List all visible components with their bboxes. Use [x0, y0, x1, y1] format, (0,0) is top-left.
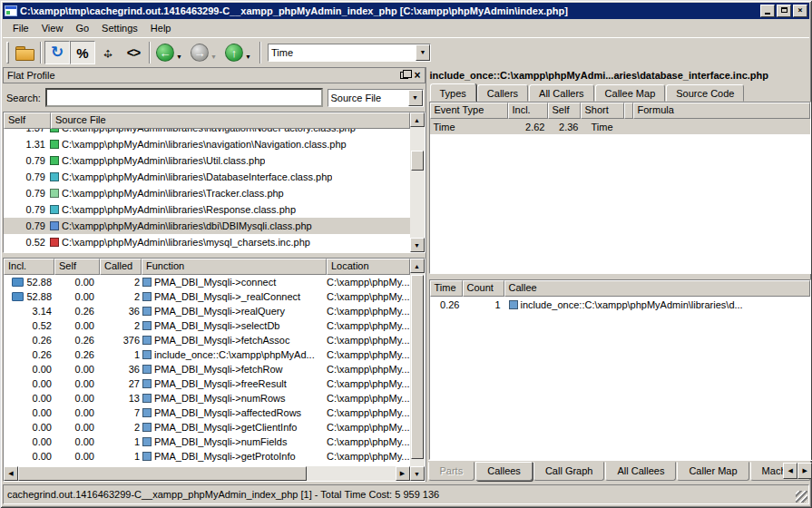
file-row[interactable]: 0.79 C:\xampp\phpMyAdmin\libraries\Util.…	[4, 152, 410, 169]
menu-item[interactable]: Help	[144, 21, 178, 35]
file-row[interactable]: 1.31 C:\xampp\phpMyAdmin\libraries\navig…	[4, 136, 410, 152]
toolbar-handle[interactable]	[6, 42, 9, 64]
file-list-vertical-scrollbar[interactable]: ▲ ▼	[410, 112, 425, 252]
open-file-button[interactable]	[12, 41, 37, 64]
incl-cell: 2.62	[508, 122, 548, 132]
function-row[interactable]: 3.14 0.26 36 PMA_DBI_Mysqli->realQuery C…	[4, 304, 410, 318]
column-header-location[interactable]: Location	[327, 259, 410, 275]
resize-grip[interactable]	[796, 491, 807, 503]
detail-tab[interactable]: Source Code	[666, 84, 744, 102]
function-row[interactable]: 0.00 0.00 7 PMA_DBI_Mysqli->affectedRows…	[4, 405, 410, 420]
tab-scroll-right-icon[interactable]: ▶	[797, 463, 812, 479]
function-row[interactable]: 0.26 0.26 376 PMA_DBI_Mysqli->fetchAssoc…	[4, 333, 410, 347]
function-row[interactable]: 52.88 0.00 2 PMA_DBI_Mysqli->_realConnec…	[4, 289, 410, 304]
file-row[interactable]: 1.37 C:\xampp\phpMyAdmin\libraries\navig…	[4, 129, 410, 136]
file-row[interactable]: 0.52 C:\xampp\phpMyAdmin\libraries\mysql…	[4, 234, 410, 250]
detail-tab[interactable]: Types	[430, 83, 476, 102]
event-type-combo[interactable]: Time ▼	[268, 44, 431, 62]
file-row[interactable]: 0.79 C:\xampp\phpMyAdmin\libraries\dbi\D…	[4, 218, 410, 234]
column-header-short[interactable]: Short	[581, 103, 624, 119]
app-icon[interactable]	[5, 5, 17, 16]
function-table-vertical-scrollbar[interactable]: ▲ ▼	[410, 259, 425, 481]
minimize-button[interactable]	[760, 5, 775, 17]
column-header-incl[interactable]: Incl.	[508, 103, 548, 119]
column-header-function[interactable]: Function	[142, 259, 327, 275]
relative-percent-button[interactable]: %	[70, 41, 95, 64]
dock-title-bar[interactable]: Flat Profile ×	[3, 67, 426, 83]
maximize-button[interactable]	[777, 5, 791, 17]
detail-tab[interactable]: All Callers	[529, 84, 594, 102]
file-row[interactable]: 0.79 C:\xampp\phpMyAdmin\libraries\Datab…	[4, 169, 410, 185]
menu-item[interactable]: File	[6, 21, 35, 35]
up-dropdown-icon: ▼	[245, 54, 251, 60]
function-table-horizontal-scrollbar[interactable]: ◀ ▶	[4, 466, 410, 481]
column-header-self[interactable]: Self	[548, 103, 581, 119]
back-button[interactable]: ← ▼	[153, 41, 188, 64]
column-header-self[interactable]: Self	[4, 112, 51, 129]
self-cost-cell: 0.00	[54, 364, 100, 375]
menu-item[interactable]: Settings	[95, 21, 144, 35]
scroll-up-icon[interactable]: ▲	[410, 259, 425, 273]
function-row[interactable]: 0.00 0.00 13 PMA_DBI_Mysqli->numRows C:\…	[4, 391, 410, 405]
scroll-down-icon[interactable]: ▼	[410, 466, 425, 481]
detail-bottom-tab[interactable]: Callees	[475, 462, 533, 481]
file-type-icon	[50, 221, 59, 230]
column-header-formula[interactable]: Formula	[633, 103, 811, 119]
title-bar[interactable]: C:\xampp\tmp\cachegrind.out.1416463299-C…	[3, 3, 809, 19]
detail-tab[interactable]: Callee Map	[595, 84, 666, 102]
function-row[interactable]: 0.00 0.00 1 PMA_DBI_Mysqli->getProtoInfo…	[4, 449, 410, 464]
callee-row[interactable]: 0.26 1 include_once::C:\xampp\phpMyAdmin…	[430, 297, 811, 312]
function-row[interactable]: 52.88 0.00 2 PMA_DBI_Mysqli->connect C:\…	[4, 275, 410, 289]
column-header-callee[interactable]: Callee	[504, 280, 811, 297]
detail-bottom-tab[interactable]: All Callees	[605, 462, 676, 481]
close-button[interactable]: ×	[793, 5, 807, 17]
column-header-incl[interactable]: Incl.	[4, 259, 54, 275]
scrollbar-thumb[interactable]	[411, 151, 424, 171]
function-row[interactable]: 0.00 0.00 2 PMA_DBI_Mysqli->getClientInf…	[4, 420, 410, 435]
function-row[interactable]: 0.52 0.00 2 PMA_DBI_Mysqli->selectDb C:\…	[4, 318, 410, 333]
function-row[interactable]: 0.26 0.26 1 include_once::C:\xampp\phpMy…	[4, 347, 410, 362]
column-header-source-file[interactable]: Source File	[51, 112, 410, 129]
function-table-header: Incl. Self Called Function Location	[4, 259, 410, 275]
event-type-row[interactable]: Time 2.62 2.36 Time	[430, 119, 811, 134]
scrollbar-thumb[interactable]	[411, 275, 424, 459]
column-header-count[interactable]: Count	[463, 280, 504, 297]
grouping-combo[interactable]: Source File ▼	[328, 89, 424, 107]
forward-button[interactable]: → ▼	[188, 41, 222, 64]
function-name-cell: PMA_DBI_Mysqli->_realConnect	[142, 291, 327, 302]
file-row[interactable]: 0.79 C:\xampp\phpMyAdmin\libraries\Respo…	[4, 201, 410, 218]
relative-to-parent-button[interactable]: ↔↕	[95, 41, 121, 64]
detail-bottom-tab[interactable]: Call Graph	[533, 462, 605, 481]
shorten-templates-button[interactable]: <>	[121, 41, 146, 64]
function-row[interactable]: 0.00 0.00 27 PMA_DBI_Mysqli->freeResult …	[4, 376, 410, 391]
detail-tab[interactable]: Callers	[477, 84, 528, 102]
detail-bottom-tab[interactable]: Parts	[428, 462, 475, 481]
location-cell: C:\xampp\phpMy...	[327, 422, 410, 433]
combo-arrow-icon[interactable]: ▼	[416, 44, 430, 61]
combo-arrow-icon[interactable]: ▼	[408, 90, 423, 106]
dock-float-icon[interactable]	[400, 72, 408, 79]
toolbar-separator	[149, 42, 151, 64]
file-row[interactable]: 0.79 C:\xampp\phpMyAdmin\libraries\Track…	[4, 185, 410, 201]
detail-bottom-tab[interactable]: Caller Map	[677, 462, 748, 481]
function-icon	[509, 300, 518, 309]
function-row[interactable]: 0.00 0.00 1 PMA_DBI_Mysqli->numFields C:…	[4, 435, 410, 449]
column-header-called[interactable]: Called	[100, 259, 142, 275]
menu-item[interactable]: View	[35, 21, 70, 35]
scroll-right-icon[interactable]: ▶	[396, 466, 410, 481]
search-input[interactable]	[45, 88, 323, 107]
menu-item[interactable]: Go	[69, 21, 95, 35]
dock-close-icon[interactable]: ×	[414, 71, 420, 80]
column-header-time[interactable]: Time	[430, 280, 463, 297]
file-row[interactable]: 0.52 C:\xampp\phpMyAdmin\libraries\user_…	[4, 250, 410, 252]
cycle-detection-button[interactable]: ↻	[44, 41, 70, 64]
scrollbar-thumb[interactable]	[18, 466, 307, 481]
scroll-up-icon[interactable]: ▲	[410, 112, 425, 127]
up-button[interactable]: ↑ ▼	[222, 41, 257, 64]
column-header-event-type[interactable]: Event Type	[430, 103, 508, 119]
tab-scroll-left-icon[interactable]: ◀	[783, 463, 797, 479]
function-row[interactable]: 0.00 0.00 36 PMA_DBI_Mysqli->fetchRow C:…	[4, 362, 410, 376]
column-header-self[interactable]: Self	[54, 259, 100, 275]
scroll-left-icon[interactable]: ◀	[4, 466, 18, 481]
scroll-down-icon[interactable]: ▼	[410, 238, 425, 252]
